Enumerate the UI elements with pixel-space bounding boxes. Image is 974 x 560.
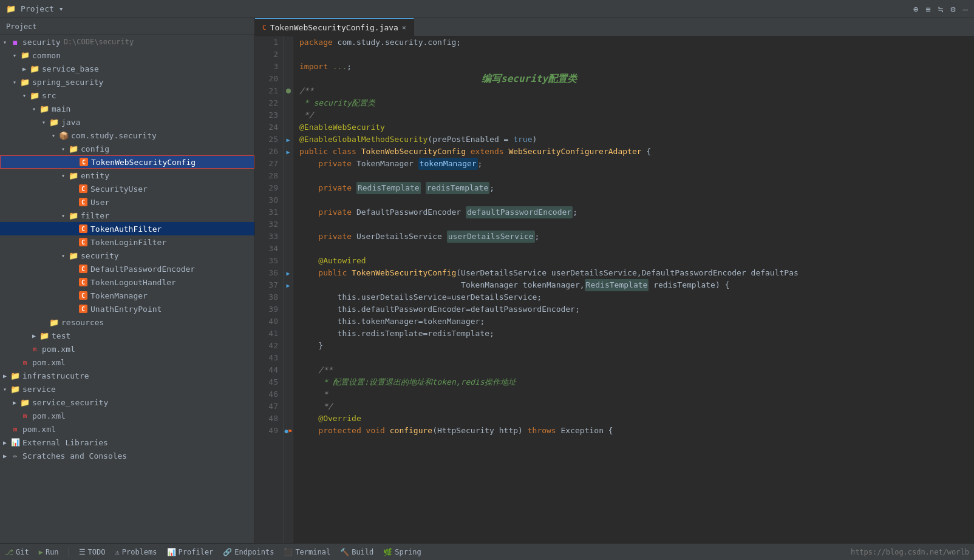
diff-icon[interactable]: ≒ — [938, 4, 943, 14]
sidebar-item-entity[interactable]: ▾ 📁 entity — [0, 169, 254, 182]
sidebar-item-test[interactable]: ▶ 📁 test — [0, 329, 254, 342]
folder-icon-entity: 📁 — [68, 171, 79, 180]
sidebar-item-token-logout[interactable]: C TokenLogoutHandler — [0, 275, 254, 289]
list-icon[interactable]: ≡ — [925, 4, 930, 14]
sidebar-item-common[interactable]: ▾ 📁 common — [0, 49, 254, 62]
ln-48: 48 — [260, 413, 278, 425]
folder-icon-src: 📁 — [29, 91, 40, 100]
ann-43 — [284, 352, 293, 364]
code-line-30 — [299, 194, 974, 206]
sidebar-header: Project — [0, 18, 254, 35]
sidebar-item-package[interactable]: ▾ 📦 com.study.security — [0, 129, 254, 142]
spring-button[interactable]: 🌿 Spring — [383, 548, 421, 556]
sidebar-item-external-libs[interactable]: ▶ 📊 External Libraries — [0, 436, 254, 449]
code-line-28 — [299, 170, 974, 182]
spring-label: Spring — [395, 548, 421, 556]
arrow-test: ▶ — [29, 332, 39, 339]
code-line-40: this.tokenManager=tokenManager; — [299, 315, 974, 328]
sidebar-item-default-pw[interactable]: C DefaultPasswordEncoder — [0, 262, 254, 275]
code-line-22: * security配置类 — [299, 97, 974, 109]
profiler-label: Profiler — [179, 548, 214, 556]
sidebar-item-infrastrucutre[interactable]: ▶ 📁 infrastrucutre — [0, 369, 254, 382]
sidebar-item-security-user[interactable]: C SecurityUser — [0, 182, 254, 195]
sidebar-item-main[interactable]: ▾ 📁 main — [0, 102, 254, 115]
code-container[interactable]: 1 2 3 20 21 22 23 24 25 26 27 28 29 30 3… — [255, 36, 974, 543]
sidebar-item-service-security[interactable]: ▶ 📁 service_security — [0, 396, 254, 409]
build-button[interactable]: 🔨 Build — [340, 548, 373, 556]
ann-34 — [284, 243, 293, 255]
label-config: config — [81, 144, 109, 153]
folder-icon-resources: 📁 — [49, 318, 60, 327]
editor-area: C TokenWebSecurityConfig.java ✕ 1 2 3 20… — [255, 18, 974, 543]
arrow-security: ▾ — [0, 39, 10, 46]
ann-48 — [284, 413, 293, 425]
sidebar-item-pom4[interactable]: m pom.xml — [0, 422, 254, 436]
tab-file-icon: C — [262, 24, 267, 32]
editor-tabs: C TokenWebSecurityConfig.java ✕ — [255, 18, 974, 36]
minimize-icon[interactable]: — — [963, 4, 968, 14]
todo-button[interactable]: ☰ TODO — [79, 548, 106, 556]
url-display: https://blog.csdn.net/worlb — [851, 548, 969, 556]
sidebar-item-pom2[interactable]: m pom.xml — [0, 356, 254, 369]
ann-20 — [284, 73, 293, 85]
ann-31 — [284, 206, 293, 218]
pom-icon1: m — [29, 345, 40, 353]
arrow-main: ▾ — [29, 106, 39, 112]
code-line-3: import ...; — [299, 61, 974, 73]
sidebar-item-resources[interactable]: 📁 resources — [0, 315, 254, 329]
sidebar-item-token-web-security-config[interactable]: C TokenWebSecurityConfig — [0, 155, 254, 169]
label-test: test — [52, 331, 70, 340]
sidebar-item-filter[interactable]: ▾ 📁 filter — [0, 209, 254, 222]
problems-icon: ⚠ — [115, 548, 120, 556]
sidebar-item-service[interactable]: ▾ 📁 service — [0, 382, 254, 396]
sidebar-item-service-base[interactable]: ▶ 📁 service_base — [0, 62, 254, 75]
todo-icon: ☰ — [79, 548, 86, 556]
sidebar-item-token-manager[interactable]: C TokenManager — [0, 289, 254, 302]
nav-icon[interactable]: ⊕ — [913, 4, 918, 14]
endpoints-icon: 🔗 — [223, 548, 232, 556]
sidebar-item-java[interactable]: ▾ 📁 java — [0, 115, 254, 129]
sidebar-item-security[interactable]: ▾ ◼ security D:\CODE\security — [0, 35, 254, 49]
sidebar-item-security-folder[interactable]: ▾ 📁 security — [0, 249, 254, 262]
label-entity: entity — [81, 171, 109, 180]
sidebar-item-token-auth-filter[interactable]: C TokenAuthFilter — [0, 222, 254, 235]
profiler-button[interactable]: 📊 Profiler — [167, 548, 214, 556]
sidebar-item-scratches[interactable]: ▶ ✏ Scratches and Consoles — [0, 449, 254, 462]
endpoints-button[interactable]: 🔗 Endpoints — [223, 548, 274, 556]
ln-26: 26 — [260, 146, 278, 158]
title-dropdown-icon[interactable]: ▾ — [59, 4, 64, 13]
code-line-32 — [299, 218, 974, 231]
sidebar-item-src[interactable]: ▾ 📁 src — [0, 89, 254, 102]
sidebar-item-pom1[interactable]: m pom.xml — [0, 342, 254, 356]
code-line-43 — [299, 352, 974, 364]
run-button[interactable]: ▶ Run — [39, 548, 59, 556]
folder-icon-security-inner: 📁 — [68, 251, 79, 260]
sidebar-item-token-login-filter[interactable]: C TokenLoginFilter — [0, 235, 254, 249]
arrow-scratches: ▶ — [0, 453, 10, 459]
folder-icon-test: 📁 — [39, 331, 50, 340]
tab-token-web-security-config[interactable]: C TokenWebSecurityConfig.java ✕ — [255, 18, 414, 36]
build-icon: 🔨 — [340, 548, 349, 556]
ann-37: ▶ — [284, 279, 293, 291]
sidebar-item-spring-security[interactable]: ▾ 📁 spring_security — [0, 75, 254, 89]
sidebar-item-pom3[interactable]: m pom.xml — [0, 409, 254, 422]
sidebar-tree[interactable]: ▾ ◼ security D:\CODE\security ▾ 📁 common… — [0, 35, 254, 543]
label-external-libs: External Libraries — [22, 438, 108, 447]
ln-37: 37 — [260, 279, 278, 291]
code-line-39: this.defaultPasswordEncoder=defaultPassw… — [299, 303, 974, 315]
problems-button[interactable]: ⚠ Problems — [115, 548, 157, 556]
ann-47 — [284, 400, 293, 413]
terminal-button[interactable]: ⬛ Terminal — [284, 548, 330, 556]
code-lines[interactable]: 编写security配置类 package com.study.security… — [293, 36, 974, 543]
sidebar-item-user[interactable]: C User — [0, 195, 254, 209]
git-button[interactable]: ⎇ Git — [5, 548, 29, 556]
ln-3: 3 — [260, 61, 278, 73]
sidebar-item-unath[interactable]: C UnathEntryPoint — [0, 302, 254, 315]
settings-icon[interactable]: ⚙ — [950, 4, 955, 14]
ann-21 — [284, 85, 293, 97]
sidebar-item-config[interactable]: ▾ 📁 config — [0, 142, 254, 155]
close-tab-button[interactable]: ✕ — [402, 24, 406, 32]
arrow-src: ▾ — [19, 92, 29, 99]
arrow-entity: ▾ — [58, 172, 68, 179]
arrow-config: ▾ — [58, 146, 68, 152]
